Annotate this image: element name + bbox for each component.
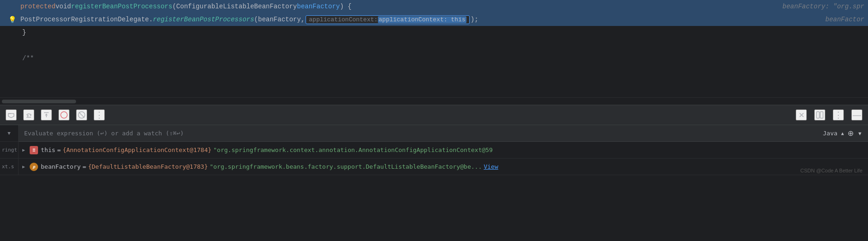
gutter-lamp: 💡 (4, 16, 20, 24)
layout-button[interactable] (814, 109, 825, 120)
brace-open-1: ) { (340, 3, 351, 10)
settings-icon: ⋮ (834, 110, 842, 120)
code-editor: protected void registerBeanPostProcessor… (0, 0, 868, 97)
add-watch-icon: ⊕ (848, 129, 854, 137)
hint-label: applicationContext: (309, 16, 377, 23)
svg-line-6 (79, 112, 84, 118)
code-line-2: 💡 PostProcessorRegistrationDelegate. reg… (0, 13, 868, 26)
expand-this[interactable]: ▶ (22, 147, 30, 152)
method-name-1: registerBeanPostProcessors (71, 3, 172, 10)
closing-brace: } (20, 29, 26, 36)
group-label-2: xt.s (2, 164, 14, 170)
var-value-link-beanfactory[interactable]: View (484, 163, 498, 170)
var-eq-this: = (57, 146, 61, 153)
stop-button[interactable] (58, 109, 70, 120)
param-name-1: beanFactory (297, 3, 340, 10)
keyword-void: void (56, 3, 71, 10)
comment-javadoc: /** (20, 55, 34, 62)
minimize-icon: — (853, 111, 861, 119)
svg-point-4 (61, 112, 67, 118)
code-line-6 (0, 65, 868, 78)
var-type-this: {AnnotationConfigApplicationContext@1784… (63, 146, 211, 153)
var-eq-beanfactory: = (83, 163, 86, 170)
watch-dropdown-icon: ▼ (857, 131, 862, 136)
var-value-this: "org.springframework.context.annotation.… (213, 146, 493, 153)
mute-breakpoints-button[interactable] (76, 109, 87, 120)
minimize-button[interactable]: — (851, 109, 862, 120)
params-1: (ConfigurableListableBeanFactory (172, 3, 297, 10)
line-content-2: PostProcessorRegistrationDelegate. regis… (20, 15, 864, 24)
param-hint-tooltip: applicationContext: applicationContext: … (306, 15, 469, 24)
variable-row-this[interactable]: ▶ ≡ this = {AnnotationConfigApplicationC… (19, 142, 868, 159)
add-watch-button[interactable]: ⊕ (848, 129, 854, 138)
toolbar-right: ✕ ⋮ — (796, 109, 862, 120)
scrollbar-track[interactable] (2, 100, 76, 103)
language-label: Java (823, 130, 837, 137)
group-label-1: ringt (2, 147, 17, 153)
svg-rect-8 (820, 112, 823, 118)
toolbar-left: ⋮ (6, 109, 788, 120)
code-line-7 (0, 78, 868, 91)
keyword-protected: protected (20, 3, 56, 10)
var-name-beanfactory: beanFactory (41, 163, 81, 170)
debug-main: Evaluate expression (↩) or add a watch (… (19, 125, 868, 175)
code-line-1: protected void registerBeanPostProcessor… (0, 0, 868, 13)
hint-2: beanFactor (825, 16, 864, 23)
debugger-toolbar: ⋮ ✕ ⋮ — (0, 105, 868, 125)
close-icon: ✕ (798, 111, 804, 120)
restore-frame-button[interactable] (6, 109, 17, 120)
var-name-this: this (41, 146, 55, 153)
watermark: CSDN @Code A Better Life (800, 168, 862, 173)
hint-1: beanFactory: "org.spr (783, 3, 864, 10)
variable-row-beanfactory[interactable]: ▶ p beanFactory = {DefaultListableBeanFa… (19, 159, 868, 175)
evaluate-row[interactable]: Evaluate expression (↩) or add a watch (… (19, 125, 868, 142)
language-caret: ▲ (841, 131, 844, 136)
code-line-3: } (0, 26, 868, 39)
code-line-4 (0, 39, 868, 52)
var-type-beanfactory: {DefaultListableBeanFactory@1783} (88, 163, 208, 170)
watch-dropdown-button[interactable]: ▼ (857, 131, 862, 136)
step-out-button[interactable] (41, 109, 52, 120)
debug-body: ▼ ringt xt.s Evaluate expression (↩) or … (0, 125, 868, 175)
paren-close-2: ); (471, 16, 479, 23)
evaluate-right: Java ▲ ⊕ ▼ (823, 129, 862, 138)
line-content-3: } (20, 29, 864, 36)
paren-open-2: (beanFactory, (254, 16, 305, 23)
line-content-5: /** (20, 55, 864, 62)
more-icon: ⋮ (95, 110, 104, 120)
scrollbar-area[interactable] (0, 97, 868, 105)
hint-value-this: applicationContext: this (378, 16, 466, 23)
var-value-beanfactory: "org.springframework.beans.factory.suppo… (210, 163, 482, 170)
line-content-1: protected void registerBeanPostProcessor… (20, 3, 864, 10)
var-icon-this: ≡ (30, 146, 38, 154)
close-button[interactable]: ✕ (796, 109, 807, 120)
method-name-2: registerBeanPostProcessors (153, 16, 254, 23)
svg-rect-7 (817, 112, 819, 118)
code-line-5: /** (0, 52, 868, 65)
delegate-class: PostProcessorRegistrationDelegate. (20, 16, 153, 23)
panel-settings-button[interactable]: ⋮ (833, 109, 844, 120)
more-options-button[interactable]: ⋮ (94, 109, 105, 120)
panel-dropdown-arrow[interactable]: ▼ (7, 131, 11, 136)
expand-beanfactory[interactable]: ▶ (22, 164, 30, 169)
step-over-button[interactable] (23, 109, 34, 120)
var-icon-beanfactory: p (30, 163, 38, 171)
evaluate-placeholder[interactable]: Evaluate expression (↩) or add a watch (… (24, 130, 819, 137)
